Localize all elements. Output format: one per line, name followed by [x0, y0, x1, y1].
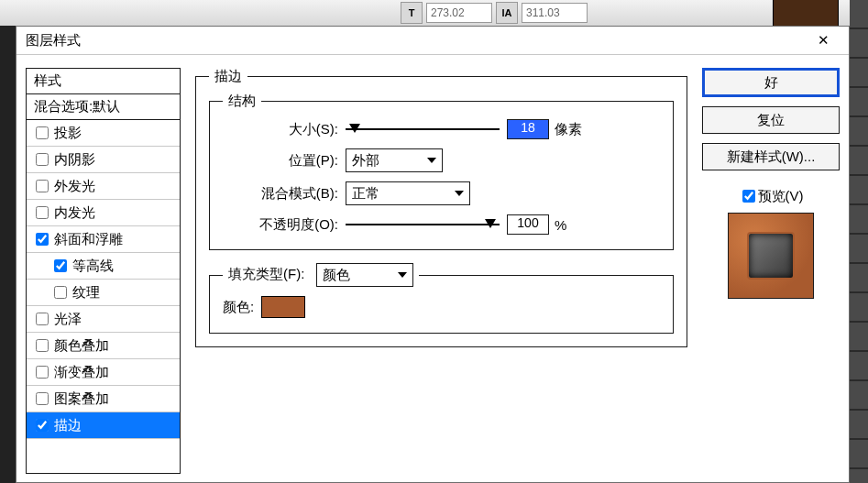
blend-mode-row: 混合模式(B): 正常 — [223, 181, 660, 205]
size-row: 大小(S): 18 像素 — [223, 119, 660, 139]
style-checkbox-7[interactable] — [36, 313, 49, 325]
style-label-2: 外发光 — [54, 178, 95, 195]
blend-mode-value: 正常 — [352, 185, 379, 203]
bg-document-thumb — [773, 0, 839, 27]
style-row-7[interactable]: 光泽 — [27, 306, 180, 333]
size-slider-track — [346, 128, 500, 130]
style-checkbox-10[interactable] — [36, 392, 49, 405]
styles-list: 投影内阴影外发光内发光斜面和浮雕等高线纹理光泽颜色叠加渐变叠加图案叠加描边 — [27, 120, 180, 473]
stroke-fieldset: 描边 结构 大小(S): 18 像素 位置(P): — [195, 68, 687, 347]
bg-toolbar-fields: T 273.02 IA 311.03 — [401, 0, 588, 26]
style-checkbox-8[interactable] — [36, 339, 49, 352]
preview-thumbnail — [728, 213, 814, 299]
opacity-slider-thumb[interactable] — [485, 219, 496, 228]
color-label: 颜色: — [223, 299, 254, 316]
fill-type-value: 颜色 — [323, 267, 350, 284]
blend-mode-label: 混合模式(B): — [223, 185, 338, 203]
structure-legend: 结构 — [223, 93, 261, 110]
position-value: 外部 — [352, 152, 379, 170]
style-label-3: 内发光 — [54, 204, 95, 222]
text-height-icon: T — [401, 2, 423, 24]
style-row-11[interactable]: 描边 — [27, 412, 180, 439]
style-row-2[interactable]: 外发光 — [27, 173, 180, 200]
style-row-0[interactable]: 投影 — [27, 120, 180, 147]
styles-list-box: 样式 混合选项:默认 投影内阴影外发光内发光斜面和浮雕等高线纹理光泽颜色叠加渐变… — [26, 68, 181, 474]
style-checkbox-2[interactable] — [36, 180, 49, 192]
size-field[interactable]: 18 — [507, 119, 549, 139]
styles-header[interactable]: 样式 — [27, 69, 180, 94]
stroke-settings: 描边 结构 大小(S): 18 像素 位置(P): — [195, 68, 687, 474]
fill-type-legend: 填充类型(F): 颜色 — [223, 263, 419, 287]
reset-button[interactable]: 复位 — [702, 106, 840, 134]
style-row-3[interactable]: 内发光 — [27, 200, 180, 226]
opacity-unit: % — [555, 217, 566, 233]
style-row-8[interactable]: 颜色叠加 — [27, 333, 180, 359]
style-checkbox-11[interactable] — [36, 419, 49, 432]
opacity-field[interactable]: 100 — [507, 214, 549, 235]
fill-type-label: 填充类型(F): — [228, 266, 304, 281]
style-row-1[interactable]: 内阴影 — [27, 147, 180, 173]
bg-field-2[interactable]: 311.03 — [522, 3, 588, 23]
style-label-1: 内阴影 — [54, 151, 95, 169]
style-row-9[interactable]: 渐变叠加 — [27, 359, 180, 386]
style-label-7: 光泽 — [54, 311, 82, 328]
style-row-10[interactable]: 图案叠加 — [27, 386, 180, 412]
position-row: 位置(P): 外部 — [223, 148, 660, 172]
style-label-6: 纹理 — [72, 284, 100, 302]
preview-label: 预览(V) — [758, 188, 804, 205]
style-checkbox-1[interactable] — [36, 153, 49, 166]
dialog-titlebar: 图层样式 ✕ — [16, 27, 849, 55]
preview-thumbnail-inner — [747, 232, 795, 280]
preview-checkbox-input[interactable] — [742, 190, 755, 203]
style-label-8: 颜色叠加 — [54, 337, 109, 355]
text-leading-icon: IA — [496, 2, 518, 24]
style-row-5[interactable]: 等高线 — [27, 253, 180, 280]
opacity-slider-track — [346, 224, 500, 225]
size-slider[interactable] — [346, 122, 500, 137]
color-swatch[interactable] — [261, 296, 305, 318]
size-label: 大小(S): — [223, 121, 338, 138]
opacity-slider[interactable] — [346, 217, 500, 232]
dialog-body: 样式 混合选项:默认 投影内阴影外发光内发光斜面和浮雕等高线纹理光泽颜色叠加渐变… — [16, 55, 849, 483]
style-checkbox-9[interactable] — [36, 366, 49, 379]
position-combo[interactable]: 外部 — [346, 148, 443, 172]
ok-button[interactable]: 好 — [702, 68, 840, 97]
structure-fieldset: 结构 大小(S): 18 像素 位置(P): 外部 — [209, 93, 674, 250]
preview-checkbox[interactable]: 预览(V) — [702, 187, 840, 205]
style-checkbox-0[interactable] — [36, 126, 49, 139]
fill-type-combo[interactable]: 颜色 — [316, 263, 413, 287]
size-unit: 像素 — [555, 121, 582, 138]
opacity-row: 不透明度(O): 100 % — [223, 214, 660, 235]
style-label-9: 渐变叠加 — [54, 364, 109, 381]
bg-panel-stack — [850, 0, 868, 483]
close-button[interactable]: ✕ — [807, 29, 840, 51]
layer-style-dialog: 图层样式 ✕ 样式 混合选项:默认 投影内阴影外发光内发光斜面和浮雕等高线纹理光… — [16, 26, 850, 483]
new-style-button[interactable]: 新建样式(W)... — [702, 143, 840, 170]
blending-options-row[interactable]: 混合选项:默认 — [27, 94, 180, 120]
style-row-6[interactable]: 纹理 — [27, 280, 180, 306]
style-label-10: 图案叠加 — [54, 390, 109, 408]
style-label-4: 斜面和浮雕 — [54, 231, 123, 248]
blend-mode-combo[interactable]: 正常 — [346, 181, 470, 205]
size-slider-thumb[interactable] — [349, 124, 360, 133]
bg-field-1[interactable]: 273.02 — [426, 3, 492, 23]
style-checkbox-4[interactable] — [36, 233, 49, 246]
position-label: 位置(P): — [223, 152, 338, 170]
opacity-label: 不透明度(O): — [223, 216, 338, 234]
color-row: 颜色: — [223, 296, 660, 318]
style-checkbox-6[interactable] — [54, 286, 67, 299]
style-label-5: 等高线 — [72, 258, 114, 275]
dialog-buttons: 好 复位 新建样式(W)... 预览(V) — [702, 68, 840, 474]
style-label-0: 投影 — [54, 125, 82, 142]
style-checkbox-5[interactable] — [54, 259, 67, 272]
style-label-11: 描边 — [54, 417, 82, 434]
dialog-title: 图层样式 — [26, 32, 81, 49]
style-checkbox-3[interactable] — [36, 206, 49, 219]
fill-fieldset: 填充类型(F): 颜色 颜色: — [209, 263, 674, 334]
style-row-4[interactable]: 斜面和浮雕 — [27, 226, 180, 253]
stroke-legend: 描边 — [209, 68, 247, 85]
